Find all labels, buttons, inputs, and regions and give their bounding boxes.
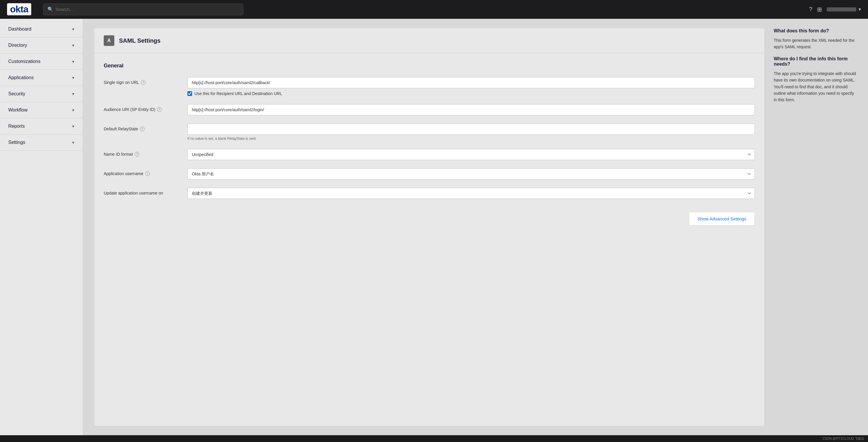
show-advanced-settings-button[interactable]: Show Advanced Settings <box>689 212 755 226</box>
sidebar-item-label: Workflow <box>8 107 28 113</box>
search-icon: 🔍 <box>48 6 53 12</box>
help-icon[interactable]: ? <box>809 6 812 13</box>
relay-state-row: Default RelayState ? If no value is set,… <box>104 124 755 141</box>
relay-state-help-icon[interactable]: ? <box>140 127 145 131</box>
footer: CSDN @FIT2CLOUD 飞致云 <box>0 435 868 442</box>
search-bar[interactable]: 🔍 <box>43 3 243 15</box>
user-name-placeholder <box>827 7 856 11</box>
sidebar-item-label: Security <box>8 91 25 97</box>
sso-url-checkbox-row: Use this for Recipient URL and Destinati… <box>187 91 755 96</box>
update-username-row: Update application username on 创建并更新 仅创建 <box>104 188 755 199</box>
section-general: General <box>104 63 755 69</box>
sso-url-input-area: Use this for Recipient URL and Destinati… <box>187 77 755 96</box>
advanced-settings-area: Show Advanced Settings <box>104 207 755 226</box>
search-input[interactable] <box>56 7 239 12</box>
chevron-down-icon: ▾ <box>859 6 861 12</box>
sidebar-item-security[interactable]: Security ▾ <box>0 86 83 102</box>
audience-uri-input-area <box>187 104 755 115</box>
main-container: Dashboard ▾ Directory ▾ Customizations ▾… <box>0 19 868 435</box>
audience-uri-label: Audience URI (SP Entity ID) ? <box>104 104 180 112</box>
sso-url-label: Single sign on URL ? <box>104 77 180 85</box>
sidebar-item-label: Customizations <box>8 59 40 64</box>
form-body: General Single sign on URL ? Use this fo… <box>94 53 764 235</box>
chevron-down-icon: ▾ <box>72 108 74 112</box>
sidebar-item-applications[interactable]: Applications ▾ <box>0 70 83 86</box>
header: okta 🔍 ? ⊞ ▾ <box>0 0 868 19</box>
update-username-label: Update application username on <box>104 188 180 195</box>
chevron-down-icon: ▾ <box>72 75 74 80</box>
sidebar-item-label: Dashboard <box>8 27 31 32</box>
sso-url-input[interactable] <box>187 77 755 88</box>
chevron-down-icon: ▾ <box>72 59 74 64</box>
audience-uri-row: Audience URI (SP Entity ID) ? <box>104 104 755 115</box>
content-area: A SAML Settings General Single sign on U… <box>83 19 868 435</box>
name-id-format-row: Name ID format ? Unspecified EmailAddres… <box>104 149 755 160</box>
header-right: ? ⊞ ▾ <box>809 6 861 13</box>
relay-state-input-area: If no value is set, a blank RelayState i… <box>187 124 755 141</box>
sidebar-item-label: Directory <box>8 43 27 48</box>
app-username-help-icon[interactable]: ? <box>145 171 150 176</box>
update-username-input-area: 创建并更新 仅创建 <box>187 188 755 199</box>
sidebar-item-workflow[interactable]: Workflow ▾ <box>0 102 83 118</box>
help-text-2: The app you're trying to integrate with … <box>774 70 856 103</box>
sidebar-item-dashboard[interactable]: Dashboard ▾ <box>0 21 83 37</box>
recipient-url-checkbox[interactable] <box>187 91 192 96</box>
sidebar-item-label: Settings <box>8 140 25 145</box>
sidebar-item-settings[interactable]: Settings ▾ <box>0 134 83 151</box>
help-text-1: This form generates the XML needed for t… <box>774 37 856 50</box>
okta-logo: okta <box>7 3 31 15</box>
app-username-input-area: Okta 用户名 Email Custom <box>187 168 755 179</box>
audience-uri-help-icon[interactable]: ? <box>157 107 162 112</box>
footer-text: CSDN @FIT2CLOUD 飞致云 <box>822 437 865 440</box>
form-header: A SAML Settings <box>94 28 764 53</box>
app-username-select[interactable]: Okta 用户名 Email Custom <box>187 168 755 179</box>
sso-url-help-icon[interactable]: ? <box>141 80 146 85</box>
name-id-format-select[interactable]: Unspecified EmailAddress Persistent Tran… <box>187 149 755 160</box>
name-id-format-label: Name ID format ? <box>104 149 180 157</box>
sso-url-row: Single sign on URL ? Use this for Recipi… <box>104 77 755 96</box>
chevron-down-icon: ▾ <box>72 140 74 145</box>
sidebar-item-label: Applications <box>8 75 34 80</box>
sidebar: Dashboard ▾ Directory ▾ Customizations ▾… <box>0 19 83 435</box>
name-id-help-icon[interactable]: ? <box>135 152 140 157</box>
sidebar-item-directory[interactable]: Directory ▾ <box>0 37 83 54</box>
app-username-label: Application username ? <box>104 168 180 176</box>
step-badge: A <box>104 35 114 46</box>
form-title: SAML Settings <box>119 37 161 44</box>
saml-settings-panel: A SAML Settings General Single sign on U… <box>94 28 764 426</box>
chevron-down-icon: ▾ <box>72 27 74 32</box>
sidebar-item-label: Reports <box>8 124 25 129</box>
audience-uri-input[interactable] <box>187 104 755 115</box>
grid-icon[interactable]: ⊞ <box>817 6 822 13</box>
app-username-row: Application username ? Okta 用户名 Email Cu… <box>104 168 755 179</box>
help-panel: What does this form do? This form genera… <box>774 28 856 426</box>
name-id-format-input-area: Unspecified EmailAddress Persistent Tran… <box>187 149 755 160</box>
chevron-down-icon: ▾ <box>72 124 74 129</box>
relay-state-hint: If no value is set, a blank RelayState i… <box>187 137 755 141</box>
chevron-down-icon: ▾ <box>72 43 74 48</box>
update-username-select[interactable]: 创建并更新 仅创建 <box>187 188 755 199</box>
relay-state-input[interactable] <box>187 124 755 135</box>
help-title-2: Where do I find the info this form needs… <box>774 56 856 67</box>
user-menu[interactable]: ▾ <box>827 6 861 12</box>
chevron-down-icon: ▾ <box>72 92 74 96</box>
sidebar-item-reports[interactable]: Reports ▾ <box>0 118 83 134</box>
relay-state-label: Default RelayState ? <box>104 124 180 131</box>
recipient-url-label: Use this for Recipient URL and Destinati… <box>194 91 282 96</box>
help-title-1: What does this form do? <box>774 28 856 34</box>
sidebar-item-customizations[interactable]: Customizations ▾ <box>0 54 83 70</box>
